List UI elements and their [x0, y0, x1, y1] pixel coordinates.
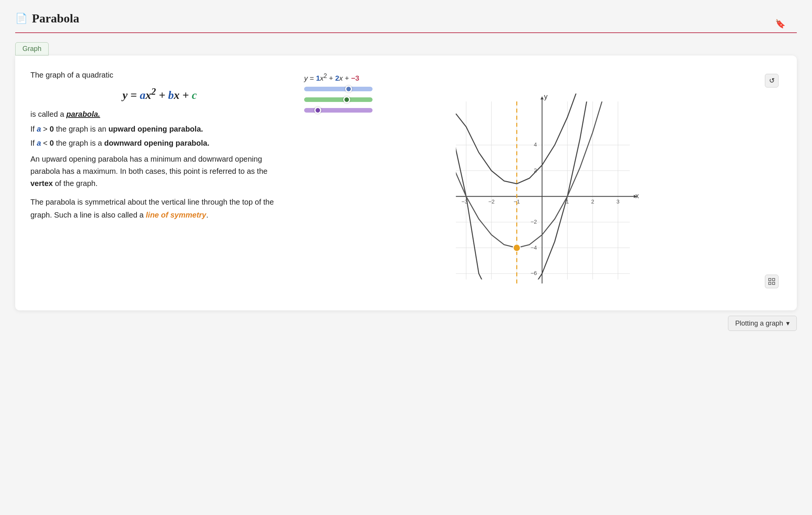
y-tick--2: −2 — [531, 219, 537, 225]
plotting-graph-label: Plotting a graph — [735, 319, 783, 327]
slider-a-track[interactable] — [304, 87, 373, 91]
slider-a-thumb[interactable] — [345, 86, 352, 92]
refresh-button[interactable]: ↺ — [765, 74, 779, 87]
x-tick-2: 2 — [591, 199, 594, 205]
svg-rect-17 — [456, 102, 634, 280]
graph-container: x y −3 −2 −1 1 2 3 — [304, 94, 782, 291]
y-tick--4: −4 — [531, 245, 537, 251]
svg-rect-18 — [769, 278, 771, 281]
bookmark-icon: 🔖 — [775, 19, 785, 29]
right-panel: ↺ y = 1x2 + 2x + −3 — [304, 71, 782, 291]
symmetry-text: The parabola is symmetrical about the ve… — [30, 196, 289, 221]
vertex-dot — [513, 244, 520, 251]
x-tick-3: 3 — [617, 199, 620, 205]
parabola-curve — [454, 94, 593, 291]
expand-icon — [768, 278, 775, 285]
parabola-curve-left — [456, 94, 593, 184]
condition-up-text: If a > 0 the graph is an upward opening … — [30, 125, 289, 134]
parabola-label: is called a parabola. — [30, 110, 289, 119]
equation-display: y = 1x2 + 2x + −3 — [304, 73, 359, 83]
left-panel: The graph of a quadratic y = ax2 + bx + … — [30, 71, 289, 291]
chevron-down-icon: ▾ — [786, 319, 790, 327]
tab-graph[interactable]: Graph — [15, 42, 49, 56]
expand-button[interactable] — [765, 275, 779, 288]
svg-marker-16 — [541, 96, 544, 99]
page-title: Parabola — [32, 11, 79, 25]
svg-rect-19 — [772, 278, 775, 281]
x-axis-label: x — [635, 192, 639, 200]
eq-b: 2 — [335, 74, 339, 82]
var-a-up: a — [37, 125, 41, 133]
bottom-bar: Plotting a graph ▾ — [15, 316, 797, 331]
vertex-text: An upward opening parabola has a minimum… — [30, 153, 289, 189]
doc-icon: 📄 — [15, 13, 27, 24]
tab-row: Graph — [15, 42, 797, 56]
los-highlight: line of symmetry — [146, 211, 206, 219]
y-tick--6: −6 — [531, 270, 537, 276]
svg-rect-20 — [769, 282, 771, 285]
quadratic-formula: y = ax2 + bx + c — [30, 86, 289, 102]
var-a-down: a — [37, 139, 41, 147]
y-tick-4: 4 — [534, 141, 537, 148]
content-card: The graph of a quadratic y = ax2 + bx + … — [15, 56, 797, 310]
y-axis-label: y — [544, 94, 548, 100]
page-header: 📄 Parabola — [15, 11, 797, 25]
graph-svg: x y −3 −2 −1 1 2 3 — [304, 94, 782, 291]
parabola-word: parabola. — [67, 110, 100, 118]
eq-c: −3 — [351, 74, 359, 82]
plotting-graph-button[interactable]: Plotting a graph ▾ — [728, 316, 797, 331]
slider-a-row — [304, 87, 373, 91]
intro-text: The graph of a quadratic — [30, 71, 289, 79]
header-divider — [15, 32, 797, 33]
eq-a: 1 — [316, 74, 320, 82]
x-tick--2: −2 — [488, 199, 495, 205]
condition-down-text: If a < 0 the graph is a downward opening… — [30, 139, 289, 148]
svg-rect-21 — [772, 282, 775, 285]
